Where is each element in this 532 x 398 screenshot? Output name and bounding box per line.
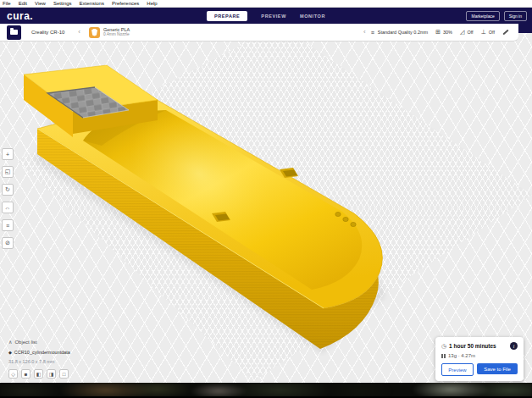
- chevron-left-icon[interactable]: ‹: [78, 29, 80, 36]
- open-file-button[interactable]: [7, 25, 21, 40]
- chevron-left-icon[interactable]: ‹: [363, 29, 366, 36]
- adhesion-value: Off: [489, 30, 495, 35]
- mirror-tool-button[interactable]: ⇔: [2, 202, 14, 213]
- cura-logo: cura.: [7, 10, 33, 22]
- tab-monitor[interactable]: MONITOR: [300, 14, 325, 19]
- view-3d-button[interactable]: ◇: [8, 369, 18, 379]
- menu-edit[interactable]: Edit: [19, 0, 27, 7]
- filament-icon: [441, 354, 446, 358]
- cura-window: File Edit View Settings Extensions Prefe…: [0, 0, 532, 398]
- rotate-tool-button[interactable]: ↻: [2, 184, 14, 196]
- custom-settings-button[interactable]: [502, 28, 510, 36]
- menu-settings[interactable]: Settings: [53, 0, 72, 7]
- view-left-button[interactable]: ◧: [34, 369, 43, 379]
- caret-up-icon: ∧: [8, 339, 12, 345]
- viewport-3d[interactable]: + ◱ ↻ ⇔ ≡ ⊘ ∧ Object list ◆ CCR10_cylind…: [0, 33, 532, 383]
- print-time: 1 hour 50 minutes: [449, 343, 507, 349]
- tool-panel: + ◱ ↻ ⇔ ≡ ⊘: [2, 148, 14, 249]
- menu-preferences[interactable]: Preferences: [112, 0, 139, 7]
- support-icon: ◿: [460, 29, 464, 36]
- video-strip-image: [0, 383, 532, 398]
- header-right: Marketplace Sign in: [466, 8, 527, 24]
- view-right-button[interactable]: ◨: [47, 369, 56, 379]
- print-estimate-panel: ◷ 1 hour 50 minutes i 13g · 4.27m Previe…: [435, 337, 524, 381]
- per-model-settings-button[interactable]: ≡: [2, 219, 14, 231]
- object-list-toggle[interactable]: ∧ Object list: [8, 339, 70, 345]
- stage-tabs: PREPARE PREVIEW MONITOR: [207, 8, 325, 24]
- menu-help[interactable]: Help: [147, 0, 157, 7]
- header-corner-block: [518, 24, 532, 33]
- support-value: Off: [467, 30, 473, 35]
- pencil-icon: [502, 30, 508, 36]
- preview-button[interactable]: Preview: [441, 363, 474, 376]
- info-icon[interactable]: i: [510, 342, 518, 350]
- tab-prepare[interactable]: PREPARE: [207, 11, 247, 21]
- menu-file[interactable]: File: [3, 0, 11, 7]
- print-settings-profile[interactable]: Standard Quality 0.2mm: [378, 30, 428, 35]
- menu-view[interactable]: View: [35, 0, 46, 7]
- menu-extensions[interactable]: Extensions: [80, 0, 104, 7]
- object-list-title: Object list: [14, 340, 36, 345]
- model-dimensions: 31.8 x 126.0 x 7.8 mm: [8, 359, 70, 364]
- scale-tool-button[interactable]: ◱: [2, 166, 14, 178]
- material-usage: 13g · 4.27m: [448, 353, 475, 358]
- material-icon[interactable]: [89, 27, 100, 38]
- adhesion-icon: ⊥: [481, 29, 486, 36]
- menu-bar: File Edit View Settings Extensions Prefe…: [0, 0, 532, 8]
- config-toolbar: Creality CR-10 ‹ Generic PLA 0.4mm Nozzl…: [0, 24, 518, 41]
- nozzle-size: 0.4mm Nozzle: [103, 32, 130, 37]
- profile-layers-icon: ≡: [371, 30, 374, 36]
- clock-icon: ◷: [441, 343, 446, 350]
- material-selector[interactable]: Generic PLA 0.4mm Nozzle: [103, 27, 130, 37]
- move-tool-button[interactable]: +: [2, 148, 14, 160]
- save-to-file-button[interactable]: Save to File: [477, 363, 518, 374]
- sign-in-button[interactable]: Sign in: [504, 11, 527, 21]
- model-cube-icon: ◆: [8, 350, 12, 355]
- support-blocker-button[interactable]: ⊘: [2, 237, 14, 249]
- view-top-button[interactable]: □: [59, 369, 69, 379]
- support-setting[interactable]: ◿ Off: [460, 29, 474, 36]
- material-shield-icon: [91, 29, 97, 36]
- video-strip: [0, 383, 532, 398]
- infill-setting[interactable]: ⊞ 30%: [435, 29, 452, 36]
- model-name: CCR10_cylindermountdata: [14, 350, 70, 355]
- tab-preview[interactable]: PREVIEW: [261, 14, 286, 19]
- folder-icon: [10, 30, 18, 35]
- view-front-button[interactable]: ■: [21, 369, 30, 379]
- object-list-panel: ∧ Object list ◆ CCR10_cylindermountdata …: [8, 339, 70, 379]
- view-orientation-buttons: ◇ ■ ◧ ◨ □: [8, 369, 70, 379]
- printer-selector[interactable]: Creality CR-10: [31, 30, 64, 35]
- adhesion-setting[interactable]: ⊥ Off: [481, 29, 495, 36]
- infill-icon: ⊞: [435, 29, 441, 36]
- infill-value: 30%: [443, 30, 452, 35]
- object-list-item[interactable]: ◆ CCR10_cylindermountdata: [8, 350, 70, 355]
- app-header: cura. PREPARE PREVIEW MONITOR Marketplac…: [0, 8, 532, 24]
- marketplace-button[interactable]: Marketplace: [466, 11, 499, 21]
